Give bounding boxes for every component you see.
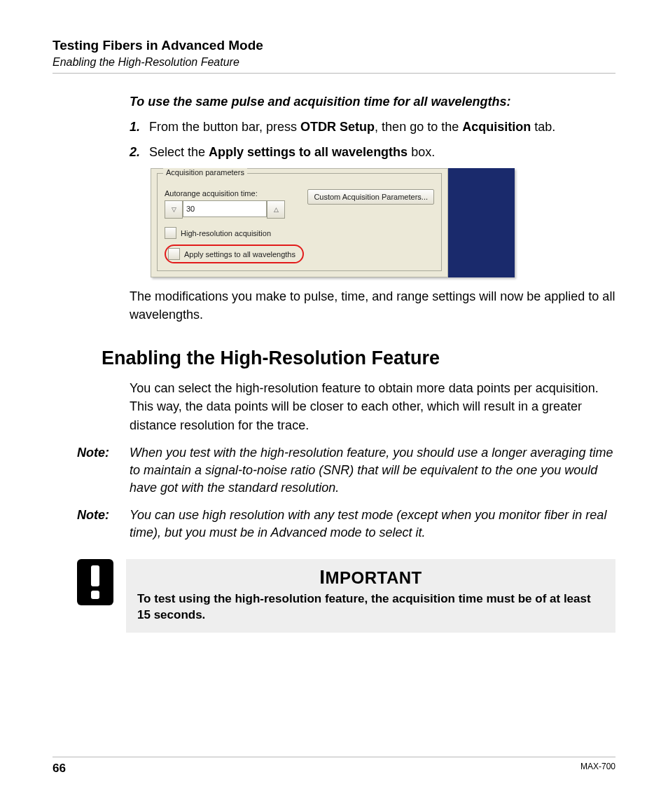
note-1: Note: When you test with the high-resolu… (53, 444, 615, 497)
document-id: MAX-700 (580, 762, 615, 776)
step-2-text: Select the Apply settings to all wavelen… (149, 143, 435, 161)
step-2-number: 2. (130, 143, 149, 161)
text-fragment: Select the (149, 145, 209, 159)
note-1-body: When you test with the high-resolution f… (130, 444, 615, 497)
exclamation-bar (91, 565, 99, 586)
footer-row: 66 MAX-700 (53, 762, 615, 776)
text-fragment: box. (408, 145, 435, 159)
instruction-heading: To use the same pulse and acquisition ti… (130, 95, 615, 109)
post-figure-paragraph: The modifications you make to pulse, tim… (130, 287, 615, 324)
page: Testing Fibers in Advanced Mode Enabling… (0, 0, 668, 812)
highres-checkbox[interactable] (165, 227, 176, 239)
chevron-up-icon: △ (274, 206, 279, 213)
note-2-body: You can use high resolution with any tes… (130, 507, 615, 542)
highres-checkbox-label: High-resolution acquisition (181, 229, 271, 238)
chapter-title: Testing Fibers in Advanced Mode (53, 38, 615, 53)
groupbox-legend: Acquisition parameters (163, 168, 247, 177)
page-number: 66 (53, 762, 66, 776)
chevron-down-icon: ▽ (172, 206, 176, 213)
bold-text: Apply settings to all wavelengths (209, 145, 408, 159)
text-fragment: tab. (531, 120, 555, 134)
exclamation-icon (77, 559, 113, 605)
important-title-initial: I (319, 566, 325, 588)
ui-side-panel (448, 168, 515, 277)
section-intro-block: You can select the high-resolution featu… (130, 379, 615, 434)
footer-rule (53, 757, 615, 757)
autorange-block: Autorange acquisition time: ▽ 30 △ (165, 189, 285, 217)
apply-all-checkbox-row-highlighted: Apply settings to all wavelengths (165, 245, 304, 263)
note-label: Note: (77, 444, 130, 497)
content-block: To use the same pulse and acquisition ti… (130, 95, 615, 324)
note-label: Note: (77, 507, 130, 542)
autorange-value-input[interactable]: 30 (183, 200, 267, 217)
important-callout: IMPORTANT To test using the high-resolut… (77, 559, 615, 633)
step-2: 2. Select the Apply settings to all wave… (130, 143, 615, 161)
step-1: 1. From the button bar, press OTDR Setup… (130, 118, 615, 136)
text-fragment: From the button bar, press (149, 120, 300, 134)
spinner-up-button[interactable]: △ (267, 200, 285, 219)
bold-text: OTDR Setup (300, 120, 375, 134)
step-1-text: From the button bar, press OTDR Setup, t… (149, 118, 555, 136)
page-footer: 66 MAX-700 (53, 757, 615, 776)
ui-screenshot-figure: Acquisition parameters Autorange acquisi… (151, 168, 515, 277)
text-fragment: , then go to the (375, 120, 462, 134)
groupbox-row-1: Autorange acquisition time: ▽ 30 △ (165, 189, 434, 217)
important-title-rest: MPORTANT (326, 568, 422, 587)
section-intro: You can select the high-resolution featu… (130, 379, 615, 434)
exclamation-dot (91, 591, 99, 599)
spinner-down-button[interactable]: ▽ (165, 200, 183, 219)
custom-acquisition-parameters-button[interactable]: Custom Acquisition Parameters... (307, 189, 434, 205)
apply-all-checkbox[interactable] (168, 248, 180, 260)
bold-text: Acquisition (462, 120, 531, 134)
autorange-label: Autorange acquisition time: (165, 189, 285, 198)
acquisition-parameters-groupbox: Acquisition parameters Autorange acquisi… (157, 173, 442, 271)
section-heading: Enabling the High-Resolution Feature (102, 347, 615, 369)
section-subtitle: Enabling the High-Resolution Feature (53, 56, 615, 69)
ui-panel: Acquisition parameters Autorange acquisi… (151, 168, 448, 277)
note-2: Note: You can use high resolution with a… (53, 507, 615, 542)
highres-checkbox-row: High-resolution acquisition (165, 227, 434, 239)
apply-all-checkbox-label: Apply settings to all wavelengths (184, 250, 295, 259)
autorange-spinner: ▽ 30 △ (165, 200, 285, 217)
important-title: IMPORTANT (137, 566, 604, 589)
important-body: To test using the high-resolution featur… (137, 591, 604, 624)
header-rule (53, 73, 615, 74)
important-box: IMPORTANT To test using the high-resolut… (126, 559, 615, 633)
step-1-number: 1. (130, 118, 149, 136)
